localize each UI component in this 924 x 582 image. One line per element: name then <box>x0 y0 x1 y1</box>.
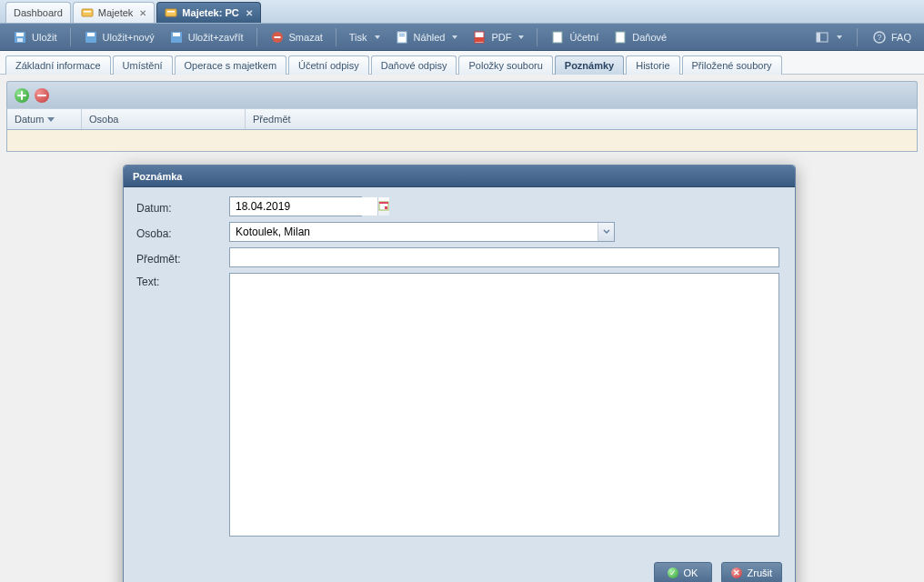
dialog-body: Datum: Osoba: <box>124 187 795 555</box>
person-combo <box>229 222 615 242</box>
col-person[interactable]: Osoba <box>82 109 246 129</box>
person-input[interactable] <box>230 223 598 241</box>
svg-rect-12 <box>274 36 280 38</box>
preview-icon <box>395 30 409 45</box>
chevron-down-icon <box>603 226 610 238</box>
chevron-down-icon <box>375 35 380 39</box>
col-label: Osoba <box>89 114 118 125</box>
svg-rect-0 <box>82 9 93 16</box>
close-icon[interactable]: ✕ <box>137 8 146 18</box>
tab-accounting-depr[interactable]: Účetní odpisy <box>288 55 369 75</box>
faq-button[interactable]: ? FAQ <box>867 27 917 47</box>
delete-button[interactable]: Smazat <box>265 27 328 47</box>
col-date[interactable]: Datum <box>7 109 82 129</box>
date-input[interactable] <box>230 197 377 216</box>
grid-toolbar <box>6 81 918 108</box>
col-subject[interactable]: Předmět <box>246 109 917 129</box>
separator <box>256 28 257 46</box>
grid-header: Datum Osoba Předmět <box>6 108 918 130</box>
button-label: Účetní <box>569 32 598 43</box>
tab-dashboard[interactable]: Dashboard <box>5 2 71 23</box>
tab-basic-info[interactable]: Základní informace <box>5 55 111 75</box>
tab-operations[interactable]: Operace s majetkem <box>175 55 286 75</box>
pdf-button[interactable]: PDF <box>467 27 529 47</box>
remove-row-button[interactable] <box>35 88 49 103</box>
svg-rect-6 <box>17 38 23 42</box>
save-icon <box>84 30 98 45</box>
close-icon[interactable]: ✕ <box>244 8 253 18</box>
tab-majetek[interactable]: Majetek ✕ <box>73 2 156 23</box>
document-icon <box>550 30 565 45</box>
svg-rect-25 <box>379 202 388 204</box>
svg-rect-14 <box>399 34 405 35</box>
subject-input[interactable] <box>229 247 779 267</box>
preview-button[interactable]: Náhled <box>389 27 464 47</box>
panel-button[interactable] <box>809 27 848 47</box>
tab-attachments[interactable]: Přiložené soubory <box>682 55 782 75</box>
separator <box>537 28 537 46</box>
save-icon <box>169 30 184 45</box>
tab-label: Majetek: PC <box>182 7 238 18</box>
print-button[interactable]: Tisk <box>344 29 386 45</box>
panel-icon <box>815 30 829 45</box>
row-subject: Předmět: <box>136 247 782 267</box>
calendar-icon <box>378 200 389 214</box>
ok-icon: ✓ <box>668 567 678 578</box>
chevron-down-icon <box>452 35 457 39</box>
button-label: Uložit+nový <box>103 32 155 43</box>
save-new-button[interactable]: Uložit+nový <box>78 27 160 47</box>
sort-desc-icon <box>47 117 55 122</box>
main-area: Poznámka Datum: Osoba: <box>0 152 924 582</box>
combo-trigger[interactable] <box>598 223 614 241</box>
button-label: Náhled <box>414 32 446 43</box>
text-area[interactable] <box>229 273 779 537</box>
date-field-wrap <box>229 196 362 216</box>
button-label: OK <box>684 567 698 578</box>
svg-rect-10 <box>173 33 180 36</box>
tax-button[interactable]: Daňové <box>608 27 672 47</box>
button-label: Daňové <box>632 32 667 43</box>
save-close-button[interactable]: Uložit+zavřít <box>164 27 249 47</box>
svg-rect-19 <box>616 32 625 43</box>
help-icon: ? <box>872 30 887 45</box>
dialog-title: Poznámka <box>124 166 795 187</box>
label-person: Osoba: <box>136 225 229 240</box>
label-date: Datum: <box>136 199 229 215</box>
add-row-button[interactable] <box>15 88 29 103</box>
document-icon <box>613 30 628 45</box>
button-label: FAQ <box>891 32 911 43</box>
chevron-down-icon <box>837 35 842 39</box>
tab-tax-depr[interactable]: Daňové odpisy <box>371 55 457 75</box>
accounting-button[interactable]: Účetní <box>545 27 604 47</box>
svg-rect-8 <box>87 33 95 36</box>
grid-body <box>6 130 918 152</box>
asset-icon <box>81 6 94 19</box>
pdf-icon <box>472 30 487 45</box>
svg-rect-2 <box>166 9 176 16</box>
save-button[interactable]: Uložit <box>7 27 63 47</box>
tab-location[interactable]: Umístění <box>113 55 173 75</box>
button-label: Tisk <box>349 32 367 43</box>
tab-history[interactable]: Historie <box>626 55 679 75</box>
button-label: Smazat <box>289 32 323 43</box>
separator <box>857 28 858 46</box>
svg-rect-17 <box>475 37 484 42</box>
sub-tabs: Základní informace Umístění Operace s ma… <box>0 51 924 75</box>
svg-rect-5 <box>16 33 24 36</box>
row-date: Datum: <box>136 196 782 216</box>
tab-majetek-pc[interactable]: Majetek: PC ✕ <box>156 2 260 23</box>
button-label: PDF <box>491 32 511 43</box>
calendar-trigger[interactable] <box>377 197 389 216</box>
tab-notes[interactable]: Poznámky <box>555 55 624 75</box>
label-text: Text: <box>136 273 229 288</box>
tab-set-items[interactable]: Položky souboru <box>458 55 552 75</box>
separator <box>70 28 71 46</box>
tab-label: Dashboard <box>14 7 63 18</box>
main-toolbar: Uložit Uložit+nový Uložit+zavřít Smazat … <box>0 24 924 51</box>
cancel-button[interactable]: ✕ Zrušit <box>721 562 783 582</box>
col-label: Datum <box>15 114 44 125</box>
ok-button[interactable]: ✓ OK <box>654 562 712 582</box>
note-dialog: Poznámka Datum: Osoba: <box>123 165 796 582</box>
button-label: Uložit+zavřít <box>188 32 244 43</box>
separator <box>336 28 336 46</box>
